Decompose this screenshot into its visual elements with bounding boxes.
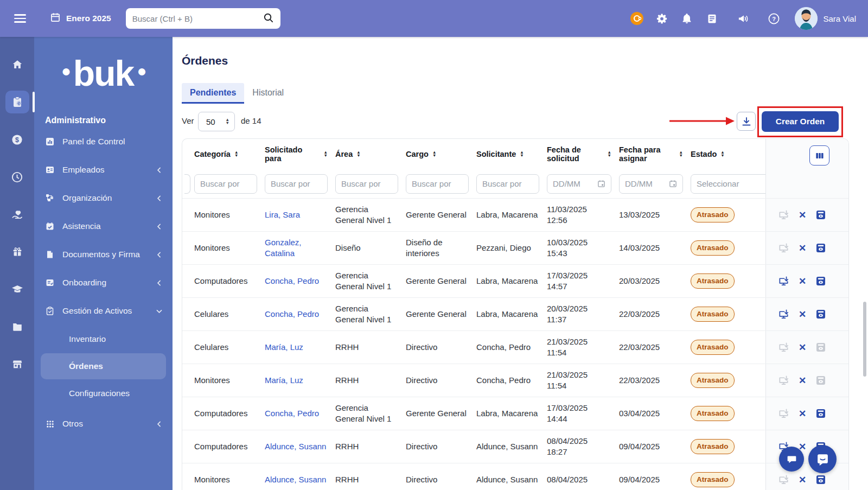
period-selector[interactable]: Enero 2025 (50, 12, 111, 25)
page-size-select[interactable]: 50 ▲▼ (198, 112, 235, 131)
tab-historial[interactable]: Historial (244, 83, 292, 104)
assign-device-icon-button[interactable] (778, 276, 789, 287)
cell-area: Gerencia General Nivel 1 (334, 298, 405, 330)
cell-solicitado-para-link[interactable]: Concha, Pedro (265, 276, 319, 287)
filter-area-input[interactable] (335, 174, 398, 194)
cell-solicitado-para-link[interactable]: Aldunce, Susann (265, 441, 326, 452)
help-chat-button[interactable] (808, 445, 837, 473)
filter-solicitante-input[interactable] (476, 174, 539, 194)
assign-device-icon-button[interactable] (778, 342, 789, 353)
view-order-icon-button[interactable] (815, 309, 826, 320)
cell-fecha-solicitud: 21/03/202511:54 (546, 331, 618, 364)
table-header: Categoría▲▼ Solicitado para▲▼ Área▲▼ Car… (182, 139, 848, 198)
column-header-solicitado-para[interactable]: Solicitado para▲▼ (264, 139, 334, 169)
assistant-badge-icon[interactable] (624, 11, 649, 26)
cell-fecha-solicitud: 17/03/202514:57 (546, 265, 618, 297)
view-order-icon-button[interactable] (815, 375, 826, 386)
cell-cargo: Gerente General (405, 397, 475, 430)
rail-remunerations-icon[interactable]: $ (5, 128, 29, 151)
assign-device-icon-button[interactable] (778, 408, 789, 419)
rail-time-icon[interactable] (5, 166, 29, 188)
view-order-icon-button[interactable] (815, 408, 826, 419)
filter-categoria-input[interactable] (194, 174, 257, 194)
sidebar-item-asistencia[interactable]: Asistencia (34, 212, 173, 240)
cell-solicitado-para-link[interactable]: Concha, Pedro (265, 408, 319, 419)
help-icon[interactable]: ? (761, 12, 786, 25)
cancel-order-icon-button[interactable]: ✕ (799, 376, 806, 385)
cell-solicitado-para-link[interactable]: María, Luz (265, 342, 303, 353)
sidebar-item-otros[interactable]: Otros (34, 410, 173, 438)
column-header-estado[interactable]: Estado▲▼ (690, 139, 765, 169)
user-avatar[interactable] (795, 7, 818, 30)
column-header-fecha-solicitud[interactable]: Fecha de solicitud▲▼ (546, 139, 618, 169)
cancel-order-icon-button[interactable]: ✕ (799, 277, 806, 286)
tab-pendientes[interactable]: Pendientes (182, 83, 244, 104)
rail-marketplace-icon[interactable] (5, 353, 29, 376)
assign-device-icon-button[interactable] (778, 474, 789, 486)
sidebar-item-documentos-y-firma[interactable]: Documentos y Firma (34, 240, 173, 269)
sidebar-subitem-configuraciones[interactable]: Configuraciones (34, 379, 173, 408)
cell-solicitado-para-link[interactable]: Gonzalez, Catalina (265, 237, 328, 259)
cancel-order-icon-button[interactable]: ✕ (799, 409, 806, 418)
rail-home-icon[interactable] (5, 53, 29, 76)
cell-fecha-solicitud: 21/03/202511:54 (546, 364, 618, 397)
column-header-cargo[interactable]: Cargo▲▼ (405, 139, 475, 169)
cancel-order-icon-button[interactable]: ✕ (799, 310, 806, 319)
column-settings-button[interactable] (809, 145, 829, 166)
rail-asset-management-icon[interactable] (5, 91, 29, 113)
assign-device-icon-button[interactable] (778, 375, 789, 386)
cell-fecha-asignar: 03/04/2025 (618, 397, 690, 430)
assign-device-icon-button[interactable] (778, 243, 789, 254)
column-header-categoria[interactable]: Categoría▲▼ (193, 139, 264, 169)
cell-area: RRHH (334, 364, 405, 397)
column-header-solicitante[interactable]: Solicitante▲▼ (475, 139, 546, 169)
rail-training-icon[interactable] (5, 278, 29, 301)
search-input[interactable] (132, 14, 263, 23)
cell-solicitado-para-link[interactable]: Lira, Sara (265, 209, 300, 220)
view-order-icon-button[interactable] (815, 276, 826, 287)
global-search[interactable] (126, 8, 280, 29)
filter-fecha-asignar-date[interactable]: DD/MM (619, 174, 683, 194)
view-order-icon-button[interactable] (815, 209, 826, 220)
filter-estado-select[interactable]: Seleccionar (691, 174, 765, 194)
create-order-button[interactable]: Crear Orden (762, 111, 839, 132)
sidebar-item-panel-de-control[interactable]: Panel de Control (34, 128, 173, 156)
view-order-icon-button[interactable] (815, 342, 826, 353)
column-header-area[interactable]: Área▲▼ (334, 139, 405, 169)
cancel-order-icon-button[interactable]: ✕ (799, 244, 806, 253)
filter-fecha-solicitud-date[interactable]: DD/MM (547, 174, 611, 194)
vertical-scrollbar[interactable] (863, 302, 866, 377)
sidebar-item-empleados[interactable]: Empleados (34, 156, 173, 184)
view-order-icon-button[interactable] (815, 243, 826, 253)
sidebar-subitem-ordenes[interactable]: Órdenes (41, 353, 166, 379)
sidebar-item-organizacion[interactable]: Organización (34, 184, 173, 212)
download-button[interactable] (737, 112, 756, 131)
cell-solicitado-para-link[interactable]: Concha, Pedro (265, 309, 319, 320)
announcements-megaphone-icon[interactable] (731, 12, 756, 25)
settings-gear-icon[interactable] (649, 12, 674, 25)
cancel-order-icon-button[interactable]: ✕ (799, 475, 806, 485)
filter-cargo-input[interactable] (406, 174, 469, 194)
sidebar-subitem-inventario[interactable]: Inventario (34, 325, 173, 353)
news-document-icon[interactable] (699, 13, 724, 24)
cancel-order-icon-button[interactable]: ✕ (799, 343, 806, 352)
filter-solicitado-para-input[interactable] (265, 174, 328, 194)
hamburger-menu-icon[interactable] (14, 14, 26, 23)
view-order-icon-button[interactable] (815, 474, 826, 485)
status-badge: Atrasado (691, 439, 735, 454)
rail-documents-icon[interactable] (5, 315, 29, 338)
assign-device-icon-button[interactable] (778, 309, 789, 320)
notifications-bell-icon[interactable] (674, 12, 699, 24)
rail-wellness-icon[interactable] (5, 203, 29, 226)
rail-benefits-icon[interactable] (5, 240, 29, 263)
sidebar-item-onboarding[interactable]: Onboarding (34, 269, 173, 297)
sidebar-item-gestion-de-activos[interactable]: Gestión de Activos (34, 297, 173, 325)
column-header-fecha-asignar[interactable]: Fecha para asignar▲▼ (618, 139, 690, 169)
cell-solicitado-para-link[interactable]: María, Luz (265, 375, 303, 386)
cell-solicitado-para-link[interactable]: Aldunce, Susann (265, 474, 326, 485)
sort-icon: ▲▼ (520, 151, 524, 158)
search-icon[interactable] (263, 12, 274, 26)
assign-device-icon-button[interactable] (778, 209, 789, 221)
chat-bubble-button[interactable] (779, 447, 804, 472)
cancel-order-icon-button[interactable]: ✕ (799, 211, 806, 220)
